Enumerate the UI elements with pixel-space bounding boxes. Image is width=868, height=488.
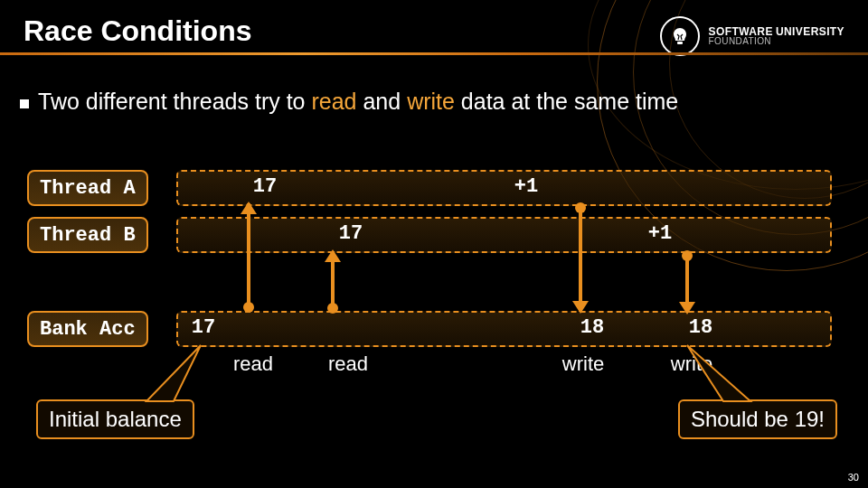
callout-initial-text: Initial balance [49,407,182,431]
logo-text-2: FOUNDATION [709,37,844,46]
bullet-icon [20,99,29,108]
thread-b-op: +1 [648,222,672,245]
callout-initial-balance: Initial balance [36,399,194,439]
acc-initial-value: 17 [192,316,215,339]
thread-b-read-value: 17 [339,222,363,245]
acc-after-a: 18 [580,316,604,339]
arrow-write-a [579,203,582,312]
svg-marker-1 [146,345,201,401]
bullet-write-em: write [407,89,455,114]
callout-tail-icon [146,345,219,401]
lightbulb-icon [660,16,700,56]
thread-a-op: +1 [514,175,538,198]
lane-label-thread-a: Thread A [27,170,148,206]
bullet-mid: and [357,89,408,114]
brand-logo: SOFTWARE UNIVERSITY FOUNDATION [660,16,844,56]
bullet-post: data at the same time [455,89,678,114]
lane-thread-b: Thread B [27,217,832,253]
callout-expected: Should be 19! [678,399,837,439]
thread-a-read-value: 17 [253,175,277,198]
arrow-read-a [247,203,250,312]
svg-rect-0 [677,42,683,44]
title-underline [0,52,868,55]
lane-label-thread-b: Thread B [27,217,148,253]
svg-marker-2 [687,345,750,401]
bullet-text: Two different threads try to read and wr… [38,89,678,115]
lane-track-thread-b [176,217,832,253]
action-read-b: read [328,352,368,376]
lane-thread-a: Thread A [27,170,832,206]
arrow-write-b [685,251,689,313]
slide-title: Race Conditions [24,14,251,48]
bullet-read-em: read [311,89,356,114]
bullet-line: Two different threads try to read and wr… [20,89,844,115]
action-write-a: write [562,352,604,376]
lane-label-bank-acc: Bank Acc [27,311,148,347]
lane-track-bank-acc [176,311,832,347]
callout-tail-icon [687,345,750,401]
callout-expected-text: Should be 19! [691,407,825,431]
page-number: 30 [848,472,859,483]
arrow-read-b [331,251,335,313]
action-read-a: read [233,352,273,376]
bullet-pre: Two different threads try to [38,89,311,114]
acc-after-b: 18 [689,316,712,339]
logo-text-1b: UNIVERSITY [776,25,844,38]
